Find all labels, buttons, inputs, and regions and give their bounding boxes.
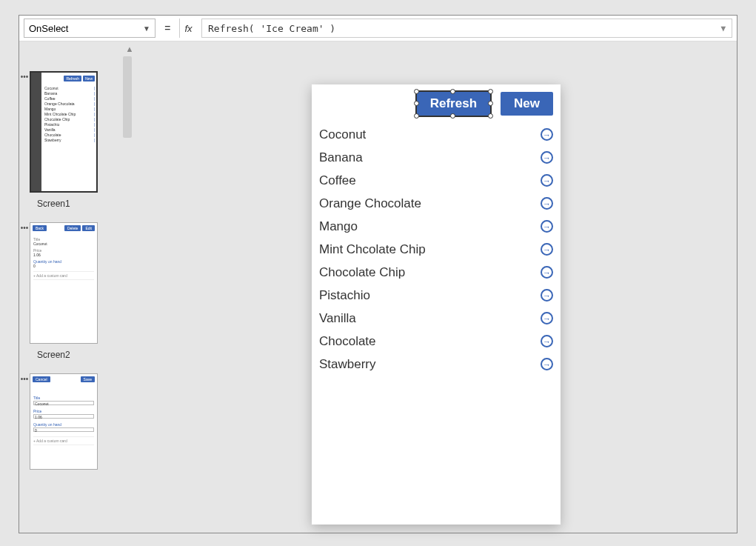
- thumb-save-button: Save: [81, 376, 95, 382]
- thumb-list-item: Chocolate Chip|: [44, 117, 95, 122]
- resize-handle[interactable]: [450, 89, 455, 94]
- gallery-item[interactable]: Chocolate→: [319, 330, 553, 353]
- canvas-header: Refresh New: [312, 84, 561, 120]
- thumb-list-item: Orange Chocolata|: [44, 101, 95, 107]
- resize-handle[interactable]: [488, 113, 493, 119]
- gallery-item-label: Banana: [319, 150, 363, 165]
- formula-input[interactable]: Refresh( 'Ice Cream' ) ▼: [201, 19, 732, 38]
- thumb-label: Title: [33, 396, 94, 400]
- thumb-back-button: Back: [33, 225, 47, 231]
- gallery-item[interactable]: Pistachio→: [319, 284, 553, 307]
- chevron-down-icon: ▼: [143, 24, 150, 33]
- gallery-item-label: Vanilla: [319, 311, 356, 326]
- screen2-thumbnail[interactable]: Back Delete Edit Title Coconut Price 1.0…: [30, 222, 98, 344]
- thumb-input: 1.06: [33, 414, 94, 419]
- screen-thumb-block: ••• Back Delete Edit Title Coconut: [19, 222, 130, 360]
- gallery-item-label: Stawberry: [319, 357, 376, 372]
- screen-label: Screen1: [37, 199, 130, 209]
- thumb-label: Quantity on hand: [33, 422, 94, 427]
- gallery-item[interactable]: Vanilla→: [319, 307, 553, 330]
- thumb-gallery: Coconut|Banana|Coffee|Orange Chocolata|M…: [44, 86, 95, 143]
- thumb-delete-button: Delete: [64, 225, 81, 231]
- thumb-label: Price: [33, 409, 94, 413]
- more-icon[interactable]: •••: [19, 71, 30, 81]
- gallery-item-label: Orange Chocolate: [319, 196, 421, 211]
- thumb-value: 1.06: [33, 253, 94, 257]
- equals-label: =: [160, 19, 175, 38]
- screen-label: Screen2: [37, 350, 130, 360]
- scroll-up-icon[interactable]: ▲: [124, 44, 135, 55]
- arrow-right-icon[interactable]: →: [541, 243, 553, 256]
- thumb-edit-button: Edit: [82, 225, 95, 231]
- property-value: OnSelect: [29, 23, 68, 34]
- gallery-item[interactable]: Mint Chcolate Chip→: [319, 238, 553, 261]
- resize-handle[interactable]: [414, 113, 419, 119]
- resize-handle[interactable]: [450, 113, 455, 119]
- thumb-list-item: Coconut|: [44, 86, 95, 91]
- resize-handle[interactable]: [414, 89, 419, 94]
- thumb-list-item: Pistachio|: [44, 122, 95, 127]
- thumb-list-item: Mint Chcolate Chip|: [44, 112, 95, 117]
- refresh-button-label: Refresh: [430, 96, 477, 110]
- arrow-right-icon[interactable]: →: [541, 151, 553, 164]
- gallery-item[interactable]: Mango→: [319, 215, 553, 238]
- thumb-add-card: + Add a custom card: [33, 436, 94, 445]
- resize-handle[interactable]: [488, 89, 493, 94]
- formula-text: Refresh( 'Ice Cream' ): [208, 23, 335, 34]
- arrow-right-icon[interactable]: →: [541, 128, 553, 141]
- gallery-item-label: Chocolate: [319, 334, 376, 349]
- thumb-input: 0: [33, 427, 94, 432]
- gallery-item[interactable]: Coconut→: [319, 123, 553, 146]
- property-dropdown[interactable]: OnSelect ▼: [24, 19, 155, 38]
- refresh-button[interactable]: Refresh: [417, 92, 490, 116]
- gallery-item[interactable]: Banana→: [319, 146, 553, 169]
- gallery-item-label: Coconut: [319, 127, 366, 142]
- resize-handle[interactable]: [488, 101, 493, 106]
- thumb-value: Coconut: [33, 242, 94, 246]
- new-button[interactable]: New: [501, 92, 553, 116]
- gallery-item[interactable]: Orange Chocolate→: [319, 192, 553, 215]
- resize-handle[interactable]: [414, 101, 419, 106]
- gallery-item[interactable]: Coffee→: [319, 169, 553, 192]
- editor-area: ▲ ••• Refresh New Coconut|Banana|Coffee|…: [19, 41, 737, 533]
- arrow-right-icon[interactable]: →: [541, 358, 553, 370]
- thumb-list-item: Stawberry|: [44, 138, 95, 143]
- thumb-new-button: New: [83, 76, 95, 81]
- more-icon[interactable]: •••: [19, 373, 30, 383]
- chevron-down-icon[interactable]: ▼: [720, 24, 726, 33]
- thumb-add-card: + Add a custom card: [33, 271, 94, 280]
- thumb-sidebar: [31, 73, 41, 191]
- arrow-right-icon[interactable]: →: [541, 174, 553, 187]
- thumb-refresh-button: Refresh: [64, 76, 81, 81]
- thumb-list-item: Chocolate|: [44, 133, 95, 138]
- arrow-right-icon[interactable]: →: [541, 197, 553, 210]
- arrow-right-icon[interactable]: →: [541, 289, 553, 302]
- fx-label: fx: [179, 19, 197, 38]
- gallery-item[interactable]: Chocolate Chip→: [319, 261, 553, 284]
- arrow-right-icon[interactable]: →: [541, 335, 553, 347]
- arrow-right-icon[interactable]: →: [541, 220, 553, 233]
- app-frame: OnSelect ▼ = fx Refresh( 'Ice Cream' ) ▼…: [19, 15, 737, 533]
- screen3-thumbnail[interactable]: Cancel Save Title Coconut Price 1.06 Qua…: [30, 373, 98, 470]
- screens-panel: ••• Refresh New Coconut|Banana|Coffee|Or…: [19, 71, 130, 483]
- gallery[interactable]: Coconut→Banana→Coffee→Orange Chocolate→M…: [312, 120, 561, 376]
- screen-thumb-block: ••• Cancel Save Title Coconut Price 1.06…: [19, 373, 130, 470]
- screen-thumb-block: ••• Refresh New Coconut|Banana|Coffee|Or…: [19, 71, 130, 209]
- gallery-item-label: Mint Chcolate Chip: [319, 242, 426, 257]
- canvas-preview[interactable]: Refresh New Coconut→Banana→Coffee→Orange…: [312, 84, 561, 525]
- more-icon[interactable]: •••: [19, 222, 30, 232]
- new-button-label: New: [514, 96, 540, 110]
- thumb-list-item: Banana|: [44, 91, 95, 96]
- screen1-thumbnail[interactable]: Refresh New Coconut|Banana|Coffee|Orange…: [30, 71, 98, 193]
- gallery-item[interactable]: Stawberry→: [319, 353, 553, 376]
- thumb-value: 0: [33, 264, 94, 268]
- gallery-item-label: Pistachio: [319, 288, 370, 303]
- thumb-list-item: Coffee|: [44, 96, 95, 101]
- arrow-right-icon[interactable]: →: [541, 266, 553, 279]
- formula-bar: OnSelect ▼ = fx Refresh( 'Ice Cream' ) ▼: [19, 16, 737, 41]
- gallery-item-label: Chocolate Chip: [319, 265, 405, 280]
- thumb-cancel-button: Cancel: [33, 376, 50, 382]
- thumb-list-item: Vanilla|: [44, 127, 95, 133]
- thumb-list-item: Mango|: [44, 107, 95, 112]
- arrow-right-icon[interactable]: →: [541, 312, 553, 324]
